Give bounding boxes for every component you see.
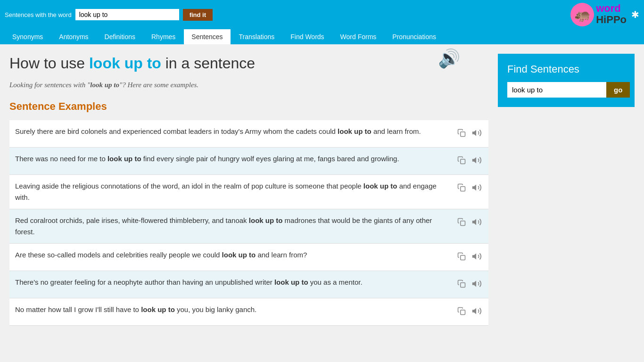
audio-button[interactable] xyxy=(471,305,483,320)
nav-sentences[interactable]: Sentences xyxy=(184,29,230,44)
nav-translations[interactable]: Translations xyxy=(231,29,282,44)
find-sentences-title: Find Sentences xyxy=(507,63,625,75)
title-highlight: look up to xyxy=(89,55,161,72)
audio-button[interactable] xyxy=(471,278,483,292)
svg-marker-3 xyxy=(472,157,476,163)
sentences-list: Surely there are bird colonels and exper… xyxy=(9,120,488,326)
sentence-icons xyxy=(456,181,483,196)
sentence-icons xyxy=(456,278,483,292)
nav-bar: Synonyms Antonyms Definitions Rhymes Sen… xyxy=(0,29,644,44)
sentence-icons xyxy=(456,305,483,320)
copy-button[interactable] xyxy=(456,155,467,168)
title-suffix: in a sentence xyxy=(165,55,255,72)
sentence-icons xyxy=(456,216,483,230)
svg-rect-8 xyxy=(461,255,465,260)
right-sidebar: Find Sentences go xyxy=(498,54,635,326)
logo-hippo-icon: 🦛 xyxy=(570,3,594,26)
copy-button[interactable] xyxy=(456,279,467,291)
sentence-text: Are these so-called models and celebriti… xyxy=(15,249,452,261)
sentence-text: Red coralroot orchids, pale irises, whit… xyxy=(15,215,452,238)
sidebar-search-row: go xyxy=(507,82,625,98)
copy-button[interactable] xyxy=(456,128,467,140)
svg-marker-7 xyxy=(472,219,476,225)
svg-marker-1 xyxy=(472,130,476,136)
sidebar-go-button[interactable]: go xyxy=(606,82,630,98)
svg-rect-0 xyxy=(461,132,465,136)
audio-button[interactable] xyxy=(471,250,483,265)
star-icon: ✱ xyxy=(631,9,639,20)
sentence-icons xyxy=(456,154,483,169)
logo-area: 🦛 word HiPPo ✱ xyxy=(570,3,639,26)
nav-pronunciations[interactable]: Pronunciations xyxy=(385,29,444,44)
top-search-input[interactable] xyxy=(75,9,179,20)
sentence-text: No matter how tall I grow I'll still hav… xyxy=(15,304,452,315)
svg-rect-10 xyxy=(461,282,465,287)
copy-button[interactable] xyxy=(456,182,467,195)
speaker-icon[interactable]: 🔊 xyxy=(438,48,460,69)
audio-button[interactable] xyxy=(471,181,483,196)
sentence-icons xyxy=(456,127,483,141)
left-content: How to use look up to in a sentence 🔊 Lo… xyxy=(9,54,488,326)
find-it-button[interactable]: find it xyxy=(183,9,213,21)
table-row: Surely there are bird colonels and exper… xyxy=(9,120,488,148)
svg-rect-2 xyxy=(461,159,465,164)
table-row: Are these so-called models and celebriti… xyxy=(9,244,488,271)
nav-synonyms[interactable]: Synonyms xyxy=(5,29,50,44)
page-title: How to use look up to in a sentence xyxy=(9,54,488,74)
title-prefix: How to use xyxy=(9,55,85,72)
svg-rect-6 xyxy=(461,221,465,225)
table-row: Red coralroot orchids, pale irises, whit… xyxy=(9,209,488,244)
audio-button[interactable] xyxy=(471,127,483,141)
svg-marker-11 xyxy=(472,280,476,287)
section-header: Sentence Examples xyxy=(9,100,488,113)
subtitle-phrase: look up to xyxy=(90,81,119,89)
copy-button[interactable] xyxy=(456,217,467,230)
sentence-text: There's no greater feeling for a neophyt… xyxy=(15,277,452,288)
table-row: No matter how tall I grow I'll still hav… xyxy=(9,298,488,326)
svg-marker-13 xyxy=(472,308,476,314)
find-sentences-box: Find Sentences go xyxy=(498,54,635,107)
main-content: How to use look up to in a sentence 🔊 Lo… xyxy=(0,44,644,335)
logo-hippo: HiPPo xyxy=(596,14,627,25)
sentence-text: Leaving aside the religious connotations… xyxy=(15,181,452,203)
logo-text-block: word HiPPo xyxy=(596,3,627,26)
copy-button[interactable] xyxy=(456,251,467,264)
nav-find-words[interactable]: Find Words xyxy=(283,29,331,44)
nav-antonyms[interactable]: Antonyms xyxy=(51,29,96,44)
svg-rect-12 xyxy=(461,310,465,314)
svg-rect-4 xyxy=(461,186,465,191)
top-bar: Sentences with the word find it 🦛 word H… xyxy=(0,0,644,29)
table-row: There's no greater feeling for a neophyt… xyxy=(9,271,488,298)
table-row: Leaving aside the religious connotations… xyxy=(9,175,488,209)
subtitle-text: Looking for sentences with "look up to"?… xyxy=(9,81,488,89)
svg-marker-5 xyxy=(472,184,476,190)
sidebar-search-input[interactable] xyxy=(507,82,606,98)
nav-word-forms[interactable]: Word Forms xyxy=(333,29,384,44)
copy-button[interactable] xyxy=(456,306,467,319)
svg-marker-9 xyxy=(472,253,476,259)
nav-rhymes[interactable]: Rhymes xyxy=(144,29,183,44)
search-label: Sentences with the word xyxy=(5,11,72,18)
audio-button[interactable] xyxy=(471,154,483,169)
nav-definitions[interactable]: Definitions xyxy=(97,29,143,44)
audio-button[interactable] xyxy=(471,216,483,230)
sentence-text: There was no need for me to look up to f… xyxy=(15,153,452,165)
sentence-text: Surely there are bird colonels and exper… xyxy=(15,126,452,137)
sentence-icons xyxy=(456,250,483,265)
logo-word: word xyxy=(596,2,621,14)
table-row: There was no need for me to look up to f… xyxy=(9,148,488,175)
